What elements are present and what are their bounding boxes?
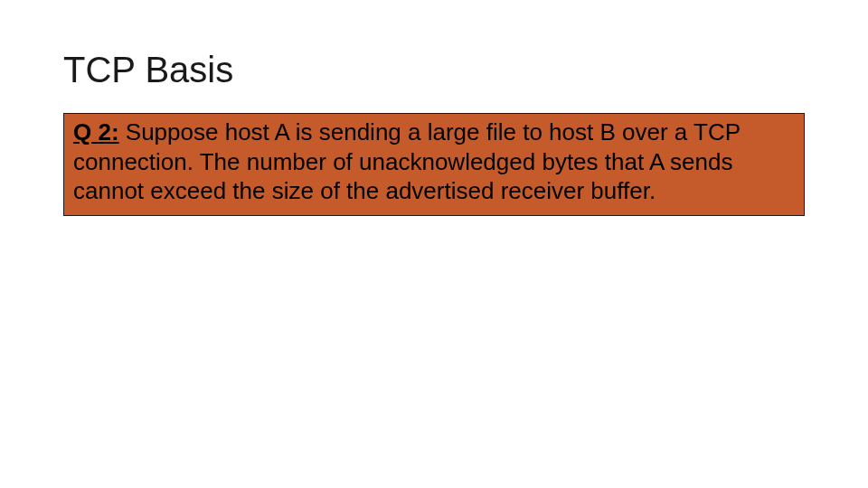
question-text: Q 2: Suppose host A is sending a large f… <box>73 117 795 206</box>
question-box: Q 2: Suppose host A is sending a large f… <box>63 113 805 216</box>
question-label: Q 2: <box>73 118 119 145</box>
question-body: Suppose host A is sending a large file t… <box>73 118 741 204</box>
slide: TCP Basis Q 2: Suppose host A is sending… <box>0 0 868 488</box>
slide-title: TCP Basis <box>63 50 233 90</box>
